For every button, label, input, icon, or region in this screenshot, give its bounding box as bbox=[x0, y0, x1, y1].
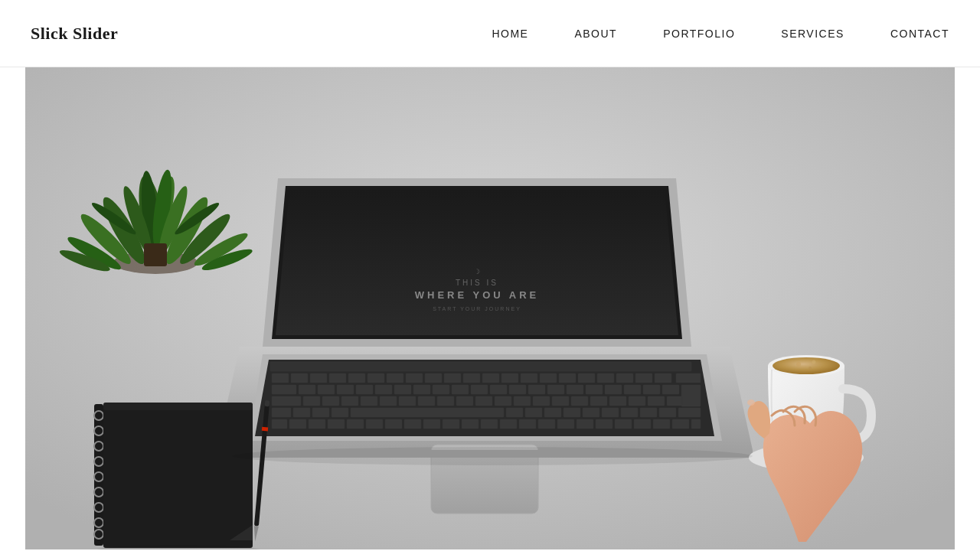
svg-rect-106 bbox=[621, 408, 638, 417]
svg-rect-102 bbox=[544, 408, 561, 417]
svg-rect-29 bbox=[270, 362, 691, 371]
svg-rect-69 bbox=[605, 385, 622, 394]
svg-rect-50 bbox=[655, 373, 671, 383]
svg-rect-87 bbox=[533, 396, 550, 406]
svg-rect-90 bbox=[590, 396, 607, 406]
svg-rect-45 bbox=[559, 373, 576, 383]
svg-point-154 bbox=[773, 357, 840, 374]
svg-rect-85 bbox=[495, 396, 511, 406]
svg-rect-35 bbox=[368, 373, 384, 383]
svg-rect-123 bbox=[519, 419, 536, 429]
svg-rect-122 bbox=[500, 419, 517, 429]
svg-rect-63 bbox=[490, 385, 507, 394]
svg-rect-59 bbox=[413, 385, 430, 394]
hero-scene: THIS IS WHERE YOU ARE START YOUR JOURNEY… bbox=[25, 67, 955, 549]
svg-rect-58 bbox=[394, 385, 411, 394]
svg-rect-127 bbox=[596, 419, 612, 429]
svg-rect-75 bbox=[303, 396, 320, 406]
svg-rect-57 bbox=[375, 385, 392, 394]
svg-rect-30 bbox=[272, 373, 289, 383]
svg-point-159 bbox=[232, 447, 753, 465]
svg-rect-113 bbox=[328, 419, 345, 429]
svg-rect-33 bbox=[329, 373, 346, 383]
svg-rect-84 bbox=[475, 396, 492, 406]
svg-rect-78 bbox=[361, 396, 377, 406]
svg-rect-38 bbox=[425, 373, 442, 383]
hero-section: THIS IS WHERE YOU ARE START YOUR JOURNEY… bbox=[25, 67, 955, 549]
svg-rect-135 bbox=[94, 404, 103, 546]
svg-rect-89 bbox=[571, 396, 588, 406]
svg-rect-91 bbox=[609, 396, 626, 406]
nav-portfolio[interactable]: PORTFOLIO bbox=[663, 28, 735, 40]
nav-about[interactable]: ABOUT bbox=[574, 28, 617, 40]
svg-rect-104 bbox=[583, 408, 599, 417]
svg-rect-95 bbox=[272, 408, 291, 417]
svg-rect-49 bbox=[635, 373, 652, 383]
hero-illustration: THIS IS WHERE YOU ARE START YOUR JOURNEY… bbox=[25, 67, 955, 549]
nav-home[interactable]: HOME bbox=[492, 28, 528, 40]
svg-rect-80 bbox=[399, 396, 416, 406]
svg-text:☽: ☽ bbox=[474, 268, 480, 276]
svg-rect-55 bbox=[337, 385, 354, 394]
svg-rect-112 bbox=[309, 419, 325, 429]
svg-rect-39 bbox=[444, 373, 461, 383]
svg-rect-118 bbox=[423, 419, 440, 429]
svg-text:WHERE YOU ARE: WHERE YOU ARE bbox=[415, 289, 540, 301]
main-nav: HOME ABOUT PORTFOLIO SERVICES CONTACT bbox=[492, 28, 949, 40]
svg-rect-124 bbox=[538, 419, 555, 429]
svg-point-155 bbox=[796, 362, 801, 367]
svg-rect-145 bbox=[103, 403, 253, 548]
svg-rect-105 bbox=[602, 408, 619, 417]
svg-rect-79 bbox=[380, 396, 397, 406]
svg-rect-77 bbox=[341, 396, 358, 406]
svg-rect-31 bbox=[291, 373, 308, 383]
svg-rect-66 bbox=[547, 385, 564, 394]
svg-rect-61 bbox=[452, 385, 469, 394]
svg-rect-131 bbox=[672, 419, 689, 429]
svg-rect-51 bbox=[676, 373, 701, 383]
svg-rect-42 bbox=[501, 373, 518, 383]
svg-rect-149 bbox=[262, 427, 268, 432]
svg-rect-60 bbox=[433, 385, 449, 394]
svg-rect-111 bbox=[289, 419, 306, 429]
svg-rect-88 bbox=[552, 396, 569, 406]
svg-text:START YOUR JOURNEY: START YOUR JOURNEY bbox=[433, 306, 521, 311]
svg-rect-108 bbox=[659, 408, 676, 417]
svg-rect-103 bbox=[564, 408, 580, 417]
svg-rect-151 bbox=[265, 400, 270, 406]
svg-rect-64 bbox=[509, 385, 526, 394]
svg-rect-34 bbox=[348, 373, 365, 383]
svg-text:THIS IS: THIS IS bbox=[456, 279, 498, 287]
svg-rect-109 bbox=[678, 408, 701, 417]
svg-rect-72 bbox=[662, 385, 679, 394]
site-logo[interactable]: Slick Slider bbox=[31, 24, 118, 44]
svg-rect-98 bbox=[332, 408, 348, 417]
svg-rect-100 bbox=[506, 408, 523, 417]
nav-contact[interactable]: CONTACT bbox=[890, 28, 949, 40]
svg-rect-86 bbox=[514, 396, 531, 406]
nav-services[interactable]: SERVICES bbox=[781, 28, 844, 40]
svg-rect-82 bbox=[437, 396, 454, 406]
svg-rect-74 bbox=[272, 396, 301, 406]
svg-rect-47 bbox=[597, 373, 614, 383]
svg-rect-44 bbox=[540, 373, 557, 383]
svg-rect-73 bbox=[681, 385, 701, 406]
svg-rect-92 bbox=[629, 396, 645, 406]
svg-rect-94 bbox=[667, 396, 682, 406]
svg-rect-48 bbox=[616, 373, 633, 383]
svg-rect-115 bbox=[366, 419, 383, 429]
svg-rect-70 bbox=[624, 385, 641, 394]
svg-rect-99 bbox=[351, 408, 504, 417]
svg-rect-40 bbox=[463, 373, 480, 383]
svg-rect-146 bbox=[103, 403, 253, 410]
svg-marker-21 bbox=[276, 190, 678, 335]
svg-point-157 bbox=[812, 360, 816, 364]
svg-rect-43 bbox=[521, 373, 537, 383]
svg-rect-62 bbox=[471, 385, 488, 394]
svg-rect-110 bbox=[272, 419, 287, 429]
svg-rect-76 bbox=[322, 396, 339, 406]
svg-rect-37 bbox=[406, 373, 423, 383]
svg-rect-41 bbox=[482, 373, 499, 383]
svg-rect-18 bbox=[144, 243, 167, 266]
svg-rect-67 bbox=[567, 385, 583, 394]
